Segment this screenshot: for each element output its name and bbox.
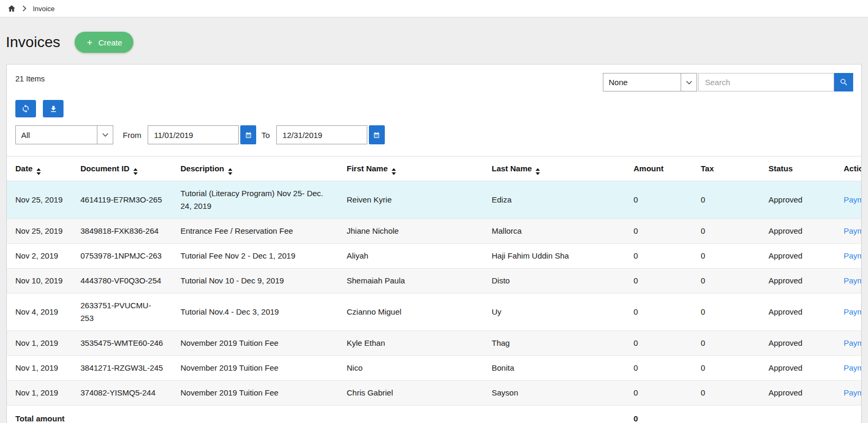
cell-status: Approved xyxy=(760,219,835,244)
search-button[interactable] xyxy=(834,73,853,91)
from-label: From xyxy=(123,131,141,140)
sort-icon xyxy=(228,168,232,175)
cell-tax: 0 xyxy=(692,356,760,381)
cell-action: Payment xyxy=(835,181,861,219)
download-button[interactable] xyxy=(43,100,64,117)
cell-tax: 0 xyxy=(692,219,760,244)
total-amount-label: Total amount xyxy=(7,406,625,423)
cell-description: November 2019 Tuition Fee xyxy=(172,331,338,356)
plus-icon xyxy=(86,39,94,47)
cell-first_name: Nico xyxy=(338,356,483,381)
to-calendar-button[interactable] xyxy=(369,125,385,144)
cell-action: Payment xyxy=(835,381,861,406)
payment-link[interactable]: Payment xyxy=(844,307,861,316)
column-header-action: Action xyxy=(835,157,861,181)
payment-link[interactable]: Payment xyxy=(844,388,861,397)
to-date-input[interactable] xyxy=(276,125,367,144)
cell-first_name: Kyle Ethan xyxy=(338,331,483,356)
column-label: Tax xyxy=(701,164,714,173)
table-row: Nov 1, 20193841271-RZGW3L-245November 20… xyxy=(7,356,861,381)
payment-link[interactable]: Payment xyxy=(844,276,861,285)
column-header-date[interactable]: Date xyxy=(7,157,72,181)
column-header-first_name[interactable]: First Name xyxy=(338,157,483,181)
sort-icon xyxy=(133,168,138,175)
cell-amount: 0 xyxy=(625,381,692,406)
cell-description: Tutorial Nov.4 - Dec 3, 2019 xyxy=(172,293,338,331)
column-header-description[interactable]: Description xyxy=(172,157,338,181)
cell-last_name: Haji Fahim Uddin Sha xyxy=(483,244,625,269)
payment-link[interactable]: Payment xyxy=(844,195,861,204)
calendar-icon xyxy=(373,132,380,139)
cell-document_id: 374082-YISMQ5-244 xyxy=(72,381,172,406)
cell-last_name: Ediza xyxy=(483,181,625,219)
search-input[interactable] xyxy=(698,73,834,91)
cell-document_id: 3849818-FXK836-264 xyxy=(72,219,172,244)
type-filter-value: All xyxy=(16,126,97,144)
download-icon xyxy=(49,105,58,113)
cell-description: November 2019 Tuition Fee xyxy=(172,356,338,381)
table-toolbar: 21 Items All From xyxy=(7,65,861,156)
column-label: Document ID xyxy=(80,164,130,173)
cell-amount: 0 xyxy=(625,293,692,331)
column-label: Date xyxy=(15,164,33,173)
items-count: 21 Items xyxy=(15,75,45,83)
from-date-input[interactable] xyxy=(148,125,239,144)
cell-last_name: Sayson xyxy=(483,381,625,406)
cell-amount: 0 xyxy=(625,244,692,269)
cell-tax: 0 xyxy=(692,381,760,406)
cell-first_name: Chris Gabriel xyxy=(338,381,483,406)
total-amount-value: 0 xyxy=(625,406,692,423)
sort-icon xyxy=(392,168,396,175)
cell-date: Nov 2, 2019 xyxy=(7,244,72,269)
search-field-value: None xyxy=(603,73,681,91)
payment-link[interactable]: Payment xyxy=(844,338,861,347)
column-header-document_id[interactable]: Document ID xyxy=(72,157,172,181)
refresh-button[interactable] xyxy=(15,100,36,117)
cell-action: Payment xyxy=(835,269,861,293)
cell-document_id: 2633751-PVUCMU-253 xyxy=(72,293,172,331)
home-icon[interactable] xyxy=(7,4,16,13)
cell-document_id: 4443780-VF0Q3O-254 xyxy=(72,269,172,293)
cell-description: Tutorial (Literacy Program) Nov 25- Dec.… xyxy=(172,181,338,219)
table-row: Nov 10, 20194443780-VF0Q3O-254Tutorial N… xyxy=(7,269,861,293)
cell-action: Payment xyxy=(835,356,861,381)
column-header-last_name[interactable]: Last Name xyxy=(483,157,625,181)
cell-amount: 0 xyxy=(625,269,692,293)
payment-link[interactable]: Payment xyxy=(844,363,861,372)
create-button[interactable]: Create xyxy=(75,32,133,53)
cell-action: Payment xyxy=(835,293,861,331)
cell-status: Approved xyxy=(760,269,835,293)
cell-last_name: Uy xyxy=(483,293,625,331)
payment-link[interactable]: Payment xyxy=(844,226,861,235)
type-filter-select[interactable]: All xyxy=(15,125,113,144)
cell-first_name: Jhiane Nichole xyxy=(338,219,483,244)
cell-description: Tutorial Fee Nov 2 - Dec 1, 2019 xyxy=(172,244,338,269)
invoice-table-container: DateDocument IDDescriptionFirst NameLast… xyxy=(7,156,861,423)
cell-document_id: 0753978-1NPMJC-263 xyxy=(72,244,172,269)
cell-date: Nov 10, 2019 xyxy=(7,269,72,293)
search-field-select[interactable]: None xyxy=(603,73,697,91)
from-calendar-button[interactable] xyxy=(240,125,256,144)
cell-date: Nov 1, 2019 xyxy=(7,381,72,406)
cell-date: Nov 1, 2019 xyxy=(7,356,72,381)
cell-first_name: Reiven Kyrie xyxy=(338,181,483,219)
breadcrumb-current[interactable]: Invoice xyxy=(33,5,55,13)
chevron-down-icon xyxy=(681,73,697,91)
cell-description: November 2019 Tuition Fee xyxy=(172,381,338,406)
invoices-panel: 21 Items All From xyxy=(6,64,862,423)
cell-action: Payment xyxy=(835,331,861,356)
column-label: Action xyxy=(844,164,861,173)
payment-link[interactable]: Payment xyxy=(844,251,861,260)
cell-action: Payment xyxy=(835,219,861,244)
cell-description: Entrance Fee / Reservation Fee xyxy=(172,219,338,244)
create-button-label: Create xyxy=(98,38,122,47)
search-icon xyxy=(839,78,848,87)
table-footer-row: Total amount 0 xyxy=(7,406,861,423)
column-header-tax: Tax xyxy=(692,157,760,181)
column-header-amount: Amount xyxy=(625,157,692,181)
cell-amount: 0 xyxy=(625,181,692,219)
cell-status: Approved xyxy=(760,293,835,331)
cell-last_name: Thag xyxy=(483,331,625,356)
invoice-table: DateDocument IDDescriptionFirst NameLast… xyxy=(7,157,861,423)
column-label: Last Name xyxy=(492,164,532,173)
